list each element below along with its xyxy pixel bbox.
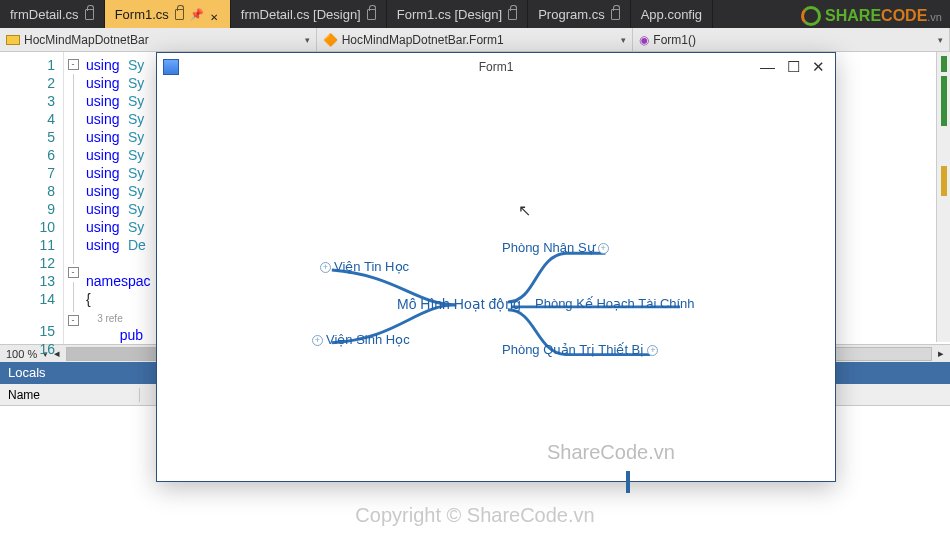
tab-frmdetail-design[interactable]: frmDetail.cs [Design] (231, 0, 387, 28)
expand-icon[interactable]: + (647, 345, 658, 356)
lock-icon (367, 9, 376, 20)
chevron-down-icon: ▾ (621, 35, 626, 45)
maximize-button[interactable]: ☐ (787, 58, 800, 76)
expand-icon[interactable]: + (320, 262, 331, 273)
divider (626, 471, 630, 493)
expand-icon[interactable]: + (598, 243, 609, 254)
mindmap-node-right-2[interactable]: Phòng Kế Hoạch Tài Chính (535, 296, 695, 311)
mindmap-center-node[interactable]: Mô Hình Hoạt động (397, 296, 521, 312)
close-icon[interactable] (210, 9, 220, 19)
expand-icon[interactable]: + (312, 335, 323, 346)
tab-appconfig[interactable]: App.config (631, 0, 713, 28)
tab-form1[interactable]: Form1.cs📌 (105, 0, 231, 28)
tab-frmdetail[interactable]: frmDetail.cs (0, 0, 105, 28)
scroll-left-button[interactable]: ◂ (54, 347, 60, 360)
fold-toggle[interactable]: - (68, 59, 79, 70)
form1-runtime-window: Form1 — ☐ ✕ +Viện Tin Học +Viện Sinh Học… (156, 52, 836, 482)
mindmap-node-right-3[interactable]: Phòng Quản Trị Thiết Bị+ (502, 342, 661, 357)
mindmap-node-left-2[interactable]: +Viện Sinh Học (309, 332, 410, 347)
code-nav-bar: HocMindMapDotnetBar▾ 🔶HocMindMapDotnetBa… (0, 28, 950, 52)
line-number-gutter: 12345678910111213141516 (0, 52, 64, 344)
locals-col-name[interactable]: Name (0, 388, 140, 402)
mindmap-canvas (157, 81, 835, 481)
chevron-down-icon: ▾ (938, 35, 943, 45)
minimize-button[interactable]: — (760, 58, 775, 76)
sharecode-logo: SHARECODE.vn (801, 6, 942, 26)
app-icon (163, 59, 179, 75)
fold-gutter: - - - (64, 52, 82, 344)
lock-icon (611, 9, 620, 20)
lock-icon (175, 9, 184, 20)
fold-toggle[interactable]: - (68, 267, 79, 278)
copyright-watermark: Copyright © ShareCode.vn (355, 504, 594, 527)
member-dropdown[interactable]: ◉Form1()▾ (633, 28, 950, 51)
tab-form1-design[interactable]: Form1.cs [Design] (387, 0, 528, 28)
pin-icon[interactable]: 📌 (190, 8, 204, 21)
mindmap-node-left-1[interactable]: +Viện Tin Học (317, 259, 409, 274)
logo-swirl-icon (801, 6, 821, 26)
lock-icon (85, 9, 94, 20)
scroll-right-button[interactable]: ▸ (938, 347, 944, 360)
close-button[interactable]: ✕ (812, 58, 825, 76)
chevron-down-icon: ▾ (305, 35, 310, 45)
namespace-dropdown[interactable]: HocMindMapDotnetBar▾ (0, 28, 317, 51)
mindmap-node-right-1[interactable]: Phòng Nhân Sự+ (502, 240, 612, 255)
class-dropdown[interactable]: 🔶HocMindMapDotnetBar.Form1▾ (317, 28, 634, 51)
watermark-text: ShareCode.vn (547, 441, 675, 464)
window-title: Form1 (479, 60, 514, 74)
form1-client-area[interactable]: +Viện Tin Học +Viện Sinh Học Mô Hình Hoạ… (157, 81, 835, 481)
editor-map-scrollbar[interactable] (936, 52, 950, 342)
namespace-icon (6, 35, 20, 45)
lock-icon (508, 9, 517, 20)
form1-titlebar[interactable]: Form1 — ☐ ✕ (157, 53, 835, 81)
tab-program[interactable]: Program.cs (528, 0, 630, 28)
fold-toggle[interactable]: - (68, 315, 79, 326)
